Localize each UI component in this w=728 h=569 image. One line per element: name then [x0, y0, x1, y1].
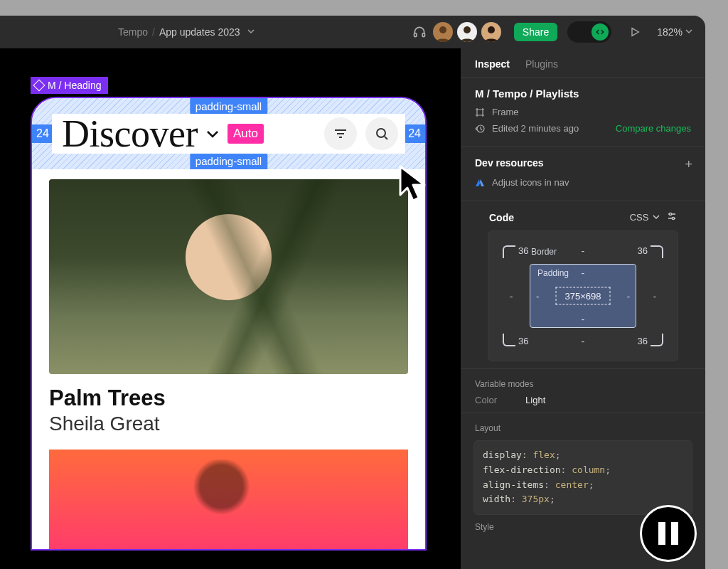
autolayout-badge: Auto	[228, 124, 264, 144]
breadcrumb[interactable]: Tempo / App updates 2023	[118, 26, 255, 38]
dev-resources-section: + Dev resources Adjust icons in nav	[461, 147, 705, 201]
variable-key: Color	[475, 395, 497, 405]
layout-title: Layout	[475, 423, 691, 433]
breadcrumb-page[interactable]: App updates 2023	[159, 26, 240, 38]
layout-section: Layout	[461, 413, 705, 433]
pause-icon	[671, 522, 678, 545]
svg-point-2	[439, 26, 446, 33]
code-icon	[592, 23, 609, 41]
svg-rect-1	[422, 33, 424, 37]
css-code-block[interactable]: display: flex; flex-direction: column; a…	[473, 440, 692, 515]
inspector-tabs: Inspect Plugins	[461, 48, 705, 77]
code-section: Code CSS	[461, 201, 705, 368]
tab-plugins[interactable]: Plugins	[525, 58, 558, 70]
bm-corner-tr: 36	[638, 245, 648, 256]
padding-annotation-bottom: padding-small	[190, 153, 267, 169]
search-icon	[373, 125, 390, 142]
measure-left: 24	[32, 124, 53, 143]
svg-rect-0	[414, 33, 416, 37]
filter-button[interactable]	[324, 117, 357, 150]
breadcrumb-parent[interactable]: Tempo	[118, 26, 148, 38]
chevron-down-icon[interactable]	[247, 28, 255, 36]
album-cover-image	[49, 179, 408, 374]
measure-right: 24	[404, 124, 425, 143]
svg-point-8	[672, 217, 674, 219]
share-button[interactable]: Share	[514, 23, 557, 41]
selection-path: M / Tempo / Playlists	[475, 87, 691, 100]
discover-heading: Discover	[62, 112, 198, 156]
add-dev-resource-button[interactable]: +	[685, 157, 692, 172]
dev-mode-toggle[interactable]	[567, 21, 611, 43]
selection-tag[interactable]: M / Heading	[31, 77, 108, 94]
frame-icon	[475, 107, 485, 117]
collaborator-avatars[interactable]	[433, 22, 501, 42]
dev-resource-item[interactable]: Adjust icons in nav	[475, 177, 691, 188]
headphones-icon[interactable]	[412, 24, 427, 40]
selected-frame[interactable]: padding-small padding-small 24 24 Discov…	[31, 97, 427, 551]
zoom-label: 182%	[657, 26, 682, 38]
dev-resource-label: Adjust icons in nav	[492, 177, 569, 188]
svg-point-5	[377, 129, 385, 137]
variable-value[interactable]: Light	[525, 395, 545, 405]
bm-dimensions: 375×698	[556, 287, 611, 305]
avatar[interactable]	[481, 22, 501, 42]
song-artist: Sheila Great	[49, 413, 408, 435]
app-window: Tempo / App updates 2023 Share	[0, 16, 705, 569]
chevron-down-icon[interactable]	[685, 28, 692, 36]
bm-border-label: Border	[531, 247, 557, 257]
zoom-level[interactable]: 182%	[657, 26, 692, 38]
svg-point-3	[464, 26, 471, 33]
present-icon[interactable]	[627, 24, 643, 40]
filter-icon	[332, 125, 349, 142]
bm-padding-box: Padding - - - - 375×698	[530, 264, 636, 328]
svg-point-7	[669, 213, 671, 215]
selection-tag-label: M / Heading	[48, 80, 101, 91]
code-title: Code	[489, 212, 514, 223]
tab-inspect[interactable]: Inspect	[475, 58, 510, 70]
main-area: M / Heading padding-small padding-small …	[0, 48, 705, 569]
code-lang-select[interactable]: CSS	[630, 212, 660, 223]
breadcrumb-separator: /	[152, 26, 155, 38]
search-button[interactable]	[365, 117, 398, 150]
pause-icon	[658, 522, 665, 545]
dev-resources-title: Dev resources	[475, 157, 691, 169]
inspector-panel: Inspect Plugins M / Tempo / Playlists Fr…	[461, 48, 705, 569]
frame-header: padding-small padding-small 24 24 Discov…	[32, 98, 425, 169]
box-model[interactable]: 36 36 36 36 Border - - - - Padding -	[488, 230, 678, 361]
pause-button[interactable]	[640, 505, 697, 562]
bm-corner-tl: 36	[518, 245, 528, 256]
topbar: Tempo / App updates 2023 Share	[0, 16, 705, 48]
chevron-down-icon	[653, 213, 660, 220]
chevron-down-icon[interactable]	[203, 124, 222, 143]
code-settings-icon[interactable]	[667, 211, 677, 223]
header-inner: Discover Auto	[52, 114, 405, 154]
component-icon	[33, 80, 46, 92]
bm-corner-br: 36	[638, 336, 648, 346]
album-cover-image	[49, 450, 408, 549]
song-title: Palm Trees	[49, 385, 408, 411]
avatar[interactable]	[457, 22, 477, 42]
edited-ago: Edited 2 minutes ago	[492, 123, 579, 134]
atlassian-icon	[475, 178, 485, 188]
bm-corner-bl: 36	[518, 336, 528, 346]
variable-modes-section: Variable modes Color Light	[461, 368, 705, 413]
bm-padding-label: Padding	[537, 268, 569, 278]
code-lang-label: CSS	[630, 212, 649, 223]
svg-point-4	[488, 26, 495, 33]
cursor-icon	[395, 162, 437, 205]
variable-modes-title: Variable modes	[475, 379, 691, 389]
padding-annotation-top: padding-small	[190, 98, 267, 115]
canvas[interactable]: M / Heading padding-small padding-small …	[0, 48, 461, 569]
selection-section: M / Tempo / Playlists Frame Edited 2 min…	[461, 77, 705, 147]
compare-changes-link[interactable]: Compare changes	[616, 123, 691, 134]
history-icon	[475, 124, 485, 134]
avatar[interactable]	[433, 22, 453, 42]
node-type: Frame	[492, 107, 519, 117]
